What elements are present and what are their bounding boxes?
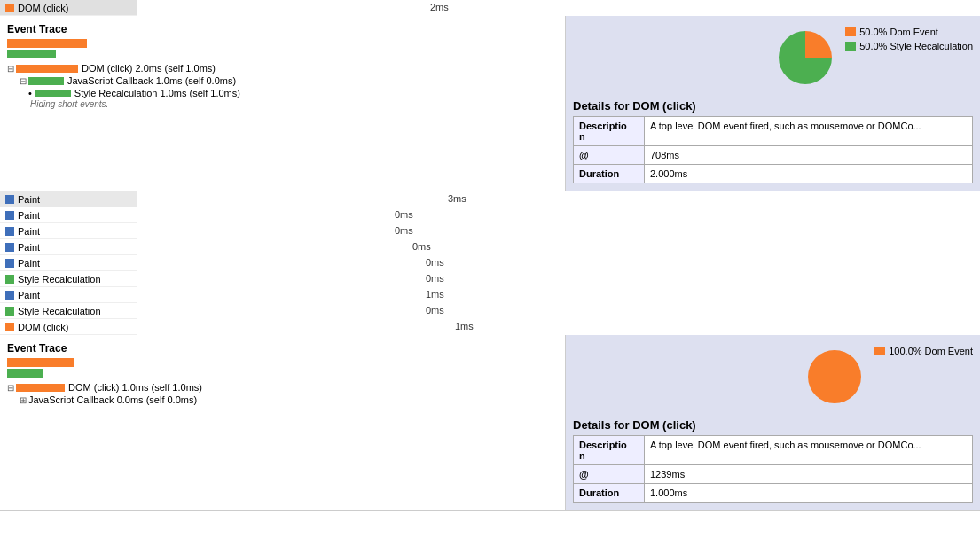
details-table-2: Description A top level DOM event fired,…	[573, 435, 973, 503]
collapse-icon-js-1[interactable]: ⊟	[20, 76, 28, 86]
legend-dom-label-1: 50.0% Dom Event	[859, 27, 938, 37]
paint-row-3: Paint 0ms	[0, 255, 980, 271]
dom-click-color	[5, 4, 14, 12]
hiding-hint-1: Hiding short events.	[4, 99, 561, 109]
duration-value-2: 1.000ms	[645, 484, 973, 503]
event-trace-pane-2: Event Trace ⊟ DOM (click) 1.0ms (self 1.…	[0, 335, 566, 510]
pie-chart-1	[774, 27, 836, 89]
paint-header-label: Paint	[0, 194, 137, 205]
desc-label-1: Description	[574, 117, 645, 146]
pie-area-1: 50.0% Dom Event 50.0% Style Recalculatio…	[573, 23, 973, 92]
paint-row-4: Paint 1ms	[0, 287, 980, 303]
style-label-1: Style Recalculation 1.0ms (self 1.0ms)	[74, 88, 240, 98]
paint-row-3-label: Paint	[0, 258, 137, 269]
event-trace-title-1: Event Trace	[0, 19, 565, 37]
style-bar-1	[35, 90, 71, 97]
paint-row-1: Paint 0ms	[0, 223, 980, 239]
desc-label-2: Description	[574, 436, 645, 465]
js-label-2: JavaScript Callback 0.0ms (self 0.0ms)	[28, 394, 197, 405]
legend-color-dom-2	[874, 347, 885, 355]
paint-row-style-0-time: 0ms	[137, 271, 980, 287]
paint-header-text: Paint	[18, 194, 40, 205]
details-pane-2: 100.0% Dom Event Details for DOM (click)…	[566, 335, 980, 510]
trace-tree-2: ⊟ DOM (click) 1.0ms (self 1.0ms) ⊞ JavaS…	[0, 379, 565, 408]
bullet-style-1: •	[28, 88, 32, 98]
trace-row-js-2: ⊞ JavaScript Callback 0.0ms (self 0.0ms)	[4, 394, 561, 406]
section1: Event Trace ⊟ DOM (click) 2.0ms (self 1.…	[0, 16, 980, 191]
paint-section: Paint 3ms Paint 0ms Paint 0ms	[0, 191, 980, 335]
paint-row-3-time: 0ms	[137, 255, 980, 271]
top-bar-time: 2ms	[430, 2, 449, 12]
legend-2: 100.0% Dom Event	[874, 346, 973, 356]
desc-value-2: A top level DOM event fired, such as mou…	[645, 436, 973, 465]
trace-row-dom-click-2: ⊟ DOM (click) 1.0ms (self 1.0ms)	[4, 381, 561, 394]
paint-row-0-label: Paint	[0, 210, 137, 221]
top-bar: DOM (click) 2ms	[0, 0, 980, 16]
paint-row-2-label: Paint	[0, 242, 137, 253]
details-row-duration-1: Duration 2.000ms	[574, 165, 973, 183]
paint-row-style-0-label: Style Recalculation	[0, 274, 137, 285]
expand-icon-js-2[interactable]: ⊞	[20, 395, 28, 405]
green-bar-1	[7, 50, 56, 58]
duration-value-1: 2.000ms	[645, 165, 973, 183]
legend-dom-event-1: 50.0% Dom Event	[845, 27, 973, 37]
details-table-1: Description A top level DOM event fired,…	[573, 116, 973, 183]
details-row-at-1: @ 708ms	[574, 146, 973, 165]
details-row-duration-2: Duration 1.000ms	[574, 484, 973, 503]
orange-bar-1	[7, 39, 87, 48]
js-bar-1	[28, 77, 64, 85]
paint-header-timeline: 3ms	[137, 191, 980, 207]
paint-header-color	[5, 195, 14, 204]
paint-row-4-label: Paint	[0, 290, 137, 300]
legend-1: 50.0% Dom Event 50.0% Style Recalculatio…	[845, 27, 973, 51]
section2: Event Trace ⊟ DOM (click) 1.0ms (self 1.…	[0, 335, 980, 511]
top-bar-label: DOM (click)	[18, 3, 68, 13]
dom-click-label-1: DOM (click) 2.0ms (self 1.0ms)	[82, 63, 216, 74]
pie-chart-2	[804, 346, 866, 408]
trace-row-style-1: • Style Recalculation 1.0ms (self 1.0ms)	[4, 87, 561, 99]
details-pane-1: 50.0% Dom Event 50.0% Style Recalculatio…	[566, 16, 980, 191]
details-row-at-2: @ 1239ms	[574, 465, 973, 484]
paint-row-dom: DOM (click) 1ms	[0, 319, 980, 335]
green-bar-2	[7, 369, 43, 378]
details-title-1: Details for DOM (click)	[573, 99, 973, 113]
dom-click-label-2: DOM (click) 1.0ms (self 1.0ms)	[68, 382, 202, 393]
event-trace-title-2: Event Trace	[0, 339, 565, 356]
trace-tree-1: ⊟ DOM (click) 2.0ms (self 1.0ms) ⊟ JavaS…	[0, 60, 565, 111]
details-row-description-2: Description A top level DOM event fired,…	[574, 436, 973, 465]
pie-area-2: 100.0% Dom Event	[573, 342, 973, 411]
paint-row-dom-label: DOM (click)	[0, 322, 137, 332]
legend-dom-event-2: 100.0% Dom Event	[874, 346, 973, 356]
trace-row-dom-click-1: ⊟ DOM (click) 2.0ms (self 1.0ms)	[4, 62, 561, 74]
paint-row-1-label: Paint	[0, 226, 137, 237]
legend-color-style-1	[845, 42, 856, 51]
paint-row-0-time: 0ms	[137, 207, 980, 223]
at-label-1: @	[574, 146, 645, 165]
paint-row-4-time: 1ms	[137, 287, 980, 303]
collapse-icon-2[interactable]: ⊟	[7, 383, 16, 393]
paint-row-2-time: 0ms	[137, 239, 980, 255]
legend-dom-label-2: 100.0% Dom Event	[889, 346, 973, 356]
legend-style-recalc-1: 50.0% Style Recalculation	[845, 41, 973, 51]
at-value-2: 1239ms	[645, 465, 973, 484]
paint-header-time: 3ms	[448, 193, 466, 204]
duration-label-1: Duration	[574, 165, 645, 183]
dom-click-bar-1	[16, 65, 78, 73]
top-bar-timeline: 2ms	[137, 0, 980, 16]
trace-row-js-1: ⊟ JavaScript Callback 1.0ms (self 0.0ms)	[4, 74, 561, 87]
at-label-2: @	[574, 465, 645, 484]
details-title-2: Details for DOM (click)	[573, 418, 973, 432]
paint-row-style-1-time: 0ms	[137, 303, 980, 319]
details-row-description-1: Description A top level DOM event fired,…	[574, 117, 973, 146]
duration-label-2: Duration	[574, 484, 645, 503]
main-container: DOM (click) 2ms Event Trace ⊟ DOM (click…	[0, 0, 980, 538]
collapse-icon-1[interactable]: ⊟	[7, 64, 16, 74]
paint-row-dom-time: 1ms	[137, 319, 980, 335]
top-bar-label-cell: DOM (click)	[0, 3, 137, 13]
orange-bar-2	[7, 358, 74, 367]
desc-value-1: A top level DOM event fired, such as mou…	[645, 117, 973, 146]
paint-header-row: Paint 3ms	[0, 191, 980, 207]
paint-row-1-time: 0ms	[137, 223, 980, 239]
dom-click-bar-2	[16, 384, 65, 392]
paint-row-2: Paint 0ms	[0, 239, 980, 255]
